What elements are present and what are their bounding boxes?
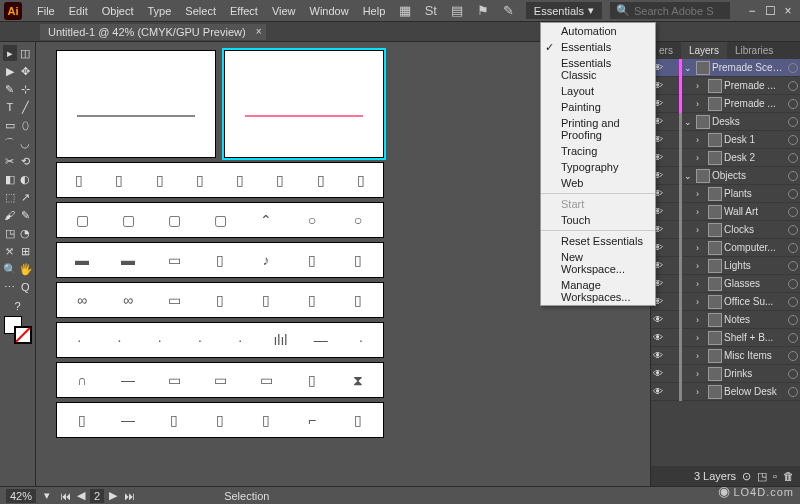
tool-button[interactable]: 🔍 (3, 261, 17, 277)
artboard-scene-1[interactable] (56, 50, 216, 158)
target-icon[interactable] (788, 387, 798, 397)
target-icon[interactable] (788, 279, 798, 289)
target-icon[interactable] (788, 81, 798, 91)
tool-button[interactable]: ▭ (3, 117, 17, 133)
tool-button[interactable]: 🖌 (3, 207, 17, 223)
target-icon[interactable] (788, 297, 798, 307)
layer-row[interactable]: 👁›Clocks (651, 221, 800, 239)
target-icon[interactable] (788, 315, 798, 325)
menu-object[interactable]: Object (95, 3, 141, 19)
target-icon[interactable] (788, 225, 798, 235)
toolbox-help[interactable]: ? (2, 300, 33, 312)
layer-row[interactable]: 👁⌄Objects (651, 167, 800, 185)
expand-icon[interactable]: › (696, 351, 706, 361)
expand-icon[interactable]: › (696, 333, 706, 343)
artboard-strip[interactable]: ∩—▭▭▭▯⧗ (56, 362, 384, 398)
nav-last[interactable]: ⏭ (122, 490, 136, 502)
expand-icon[interactable]: › (696, 243, 706, 253)
layer-row[interactable]: 👁›Desk 1 (651, 131, 800, 149)
expand-icon[interactable]: ⌄ (684, 63, 694, 73)
new-sublayer-icon[interactable]: ◳ (757, 470, 767, 483)
arrange-icon[interactable]: ▤ (448, 2, 466, 20)
menu-effect[interactable]: Effect (223, 3, 265, 19)
nav-next[interactable]: ▶ (106, 489, 120, 502)
layer-row[interactable]: 👁⌄Desks (651, 113, 800, 131)
expand-icon[interactable]: › (696, 81, 706, 91)
expand-icon[interactable]: › (696, 207, 706, 217)
artboard-strip[interactable]: ∞∞▭▯▯▯▯ (56, 282, 384, 318)
delete-layer-icon[interactable]: 🗑 (783, 470, 794, 482)
tool-button[interactable]: ✥ (19, 63, 33, 79)
layer-row[interactable]: 👁›Lights (651, 257, 800, 275)
workspace-option[interactable]: Tracing (541, 143, 655, 159)
tool-button[interactable]: ⤧ (3, 243, 17, 259)
tool-button[interactable]: ⟲ (19, 153, 33, 169)
target-icon[interactable] (788, 333, 798, 343)
expand-icon[interactable]: › (696, 225, 706, 235)
expand-icon[interactable]: › (696, 387, 706, 397)
layer-row[interactable]: 👁›Wall Art (651, 203, 800, 221)
target-icon[interactable] (788, 117, 798, 127)
tool-button[interactable]: ◔ (19, 225, 33, 241)
workspace-option[interactable]: Web (541, 175, 655, 191)
menu-view[interactable]: View (265, 3, 303, 19)
target-icon[interactable] (788, 135, 798, 145)
tool-button[interactable]: ◐ (19, 171, 33, 187)
tool-button[interactable]: ⋯ (3, 279, 17, 295)
workspace-option[interactable]: Essentials (541, 39, 655, 55)
tool-button[interactable]: ↗ (19, 189, 33, 205)
menu-window[interactable]: Window (303, 3, 356, 19)
tool-button[interactable]: ╱ (19, 99, 33, 115)
workspace-option[interactable]: Printing and Proofing (541, 115, 655, 143)
layer-row[interactable]: 👁›Office Su... (651, 293, 800, 311)
artboard-number[interactable]: 2 (90, 489, 104, 503)
menu-type[interactable]: Type (141, 3, 179, 19)
expand-icon[interactable]: › (696, 135, 706, 145)
target-icon[interactable] (788, 261, 798, 271)
tool-button[interactable]: ✎ (3, 81, 17, 97)
visibility-icon[interactable]: 👁 (653, 332, 665, 343)
stroke-swatch[interactable] (14, 326, 32, 344)
target-icon[interactable] (788, 99, 798, 109)
workspace-option[interactable]: New Workspace... (541, 249, 655, 277)
workspace-option[interactable]: Automation (541, 23, 655, 39)
search-input[interactable] (634, 5, 714, 17)
artboard-strip[interactable]: ▢▢▢▢⌃○○ (56, 202, 384, 238)
document-tab[interactable]: Untitled-1 @ 42% (CMYK/GPU Preview) × (40, 24, 266, 40)
locate-layer-icon[interactable]: ⊙ (742, 470, 751, 483)
expand-icon[interactable]: › (696, 99, 706, 109)
workspace-option[interactable]: Typography (541, 159, 655, 175)
visibility-icon[interactable]: 👁 (653, 368, 665, 379)
artboard-scene-2[interactable] (224, 50, 384, 158)
workspace-option[interactable]: Essentials Classic (541, 55, 655, 83)
menu-edit[interactable]: Edit (62, 3, 95, 19)
visibility-icon[interactable]: 👁 (653, 386, 665, 397)
visibility-icon[interactable]: 👁 (653, 314, 665, 325)
target-icon[interactable] (788, 207, 798, 217)
target-icon[interactable] (788, 369, 798, 379)
tool-button[interactable]: ⊹ (19, 81, 33, 97)
layer-row[interactable]: 👁⌄Premade Scenes (651, 59, 800, 77)
expand-icon[interactable]: › (696, 153, 706, 163)
tool-button[interactable]: ⬚ (3, 189, 17, 205)
tool-button[interactable]: T (3, 99, 17, 115)
layer-row[interactable]: 👁›Premade ... (651, 77, 800, 95)
tool-button[interactable]: ✎ (19, 207, 33, 223)
tool-button[interactable]: ▶ (3, 63, 17, 79)
nav-prev[interactable]: ◀ (74, 489, 88, 502)
layer-row[interactable]: 👁›Below Desk (651, 383, 800, 401)
expand-icon[interactable]: ⌄ (684, 117, 694, 127)
zoom-level[interactable]: 42% (6, 489, 36, 503)
workspace-option[interactable]: Touch (541, 212, 655, 228)
artboard-strip[interactable]: ▯▯▯▯▯▯▯▯ (56, 162, 384, 198)
expand-icon[interactable]: ⌄ (684, 171, 694, 181)
feedback-icon[interactable]: ✎ (500, 2, 518, 20)
layer-row[interactable]: 👁›Desk 2 (651, 149, 800, 167)
new-layer-icon[interactable]: ▫ (773, 470, 777, 482)
layer-row[interactable]: 👁›Computer... (651, 239, 800, 257)
target-icon[interactable] (788, 189, 798, 199)
fill-stroke-control[interactable] (4, 316, 32, 344)
tool-button[interactable]: ◧ (3, 171, 17, 187)
workspace-switcher[interactable]: Essentials ▾ (526, 2, 602, 19)
workspace-option[interactable]: Manage Workspaces... (541, 277, 655, 305)
